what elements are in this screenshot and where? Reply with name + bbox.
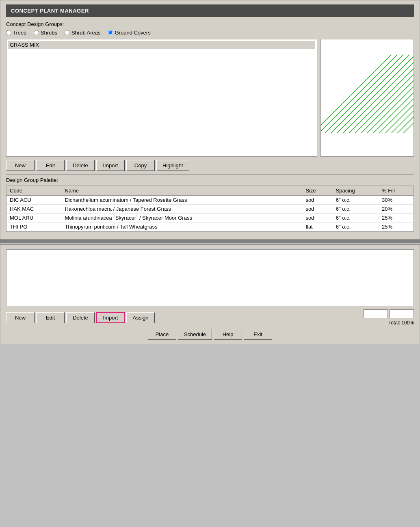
place-button[interactable]: Place — [148, 329, 176, 340]
radio-shrub-areas[interactable]: Shrub Areas — [65, 30, 101, 36]
cell-size: flat — [302, 222, 332, 231]
exit-button[interactable]: Exit — [244, 329, 272, 340]
help-button[interactable]: Help — [214, 329, 242, 340]
cell-code: THI PO — [6, 222, 61, 231]
lower-edit-button[interactable]: Edit — [36, 312, 65, 323]
lower-panel: New Edit Delete Import Assign Total: 100… — [0, 244, 420, 344]
cell-fill: 25% — [379, 214, 414, 222]
col-code: Code — [6, 186, 61, 196]
palette-label: Design Group Palette: — [6, 177, 414, 183]
concept-design-groups-label: Concept Design Groups: — [6, 21, 414, 27]
total-area: Total: 100% — [364, 309, 414, 326]
palette-table-wrapper: Code Name Size Spacing % Fill DIC ACU Di… — [6, 186, 414, 232]
cell-code: HAK MAC — [6, 205, 61, 214]
hatch-preview — [320, 39, 414, 157]
separator — [0, 240, 420, 243]
table-row[interactable]: MOL ARU Molinia arundinacea `Skyracer` /… — [6, 214, 414, 222]
radio-ground-covers[interactable]: Ground Covers — [108, 30, 151, 36]
cell-code: DIC ACU — [6, 196, 61, 205]
table-row[interactable]: THI PO Thinopyrum ponticum / Tall Wheatg… — [6, 222, 414, 231]
cell-spacing: 6" o.c. — [333, 214, 379, 222]
top-button-row: New Edit Delete Import Copy Highlight — [6, 160, 414, 171]
concept-list-box[interactable]: GRASS MIX — [6, 39, 317, 157]
schedule-button[interactable]: Schedule — [178, 329, 212, 340]
cell-name: Hakonechloa macra / Japanese Forest Gras… — [61, 205, 302, 214]
total-label: Total: 100% — [388, 320, 414, 326]
palette-table: Code Name Size Spacing % Fill DIC ACU Di… — [6, 186, 414, 231]
col-fill: % Fill — [379, 186, 414, 196]
lower-import-button[interactable]: Import — [96, 312, 125, 323]
radio-shrubs[interactable]: Shrubs — [34, 30, 57, 36]
lower-list-box[interactable] — [6, 249, 414, 306]
total-input-1[interactable] — [364, 309, 388, 318]
cell-fill: 30% — [379, 196, 414, 205]
cell-spacing: 6" o.c. — [333, 205, 379, 214]
delete-button[interactable]: Delete — [66, 160, 95, 171]
new-button[interactable]: New — [6, 160, 35, 171]
highlight-button[interactable]: Highlight — [156, 160, 189, 171]
bottom-button-row: Place Schedule Help Exit — [6, 329, 414, 340]
import-button[interactable]: Import — [96, 160, 125, 171]
lower-button-row: New Edit Delete Import Assign Total: 100… — [6, 309, 414, 326]
cell-name: Dichanthelium acuminatum / Tapered Roset… — [61, 196, 302, 205]
total-input-2[interactable] — [390, 309, 414, 318]
edit-button[interactable]: Edit — [36, 160, 65, 171]
cell-size: sod — [302, 196, 332, 205]
col-spacing: Spacing — [333, 186, 379, 196]
col-size: Size — [302, 186, 332, 196]
lower-delete-button[interactable]: Delete — [66, 312, 95, 323]
cell-spacing: 6" o.c. — [333, 196, 379, 205]
cell-name: Molinia arundinacea `Skyracer` / Skyrace… — [61, 214, 302, 222]
cell-size: sod — [302, 205, 332, 214]
cell-size: sod — [302, 214, 332, 222]
cell-name: Thinopyrum ponticum / Tall Wheatgrass — [61, 222, 302, 231]
cell-spacing: 6" o.c. — [333, 222, 379, 231]
col-name: Name — [61, 186, 302, 196]
cell-code: MOL ARU — [6, 214, 61, 222]
lower-assign-button[interactable]: Assign — [126, 312, 155, 323]
design-group-radio-row: Trees Shrubs Shrub Areas Ground Covers — [6, 30, 414, 36]
title-bar: CONCEPT PLANT MANAGER — [6, 4, 414, 17]
cell-fill: 20% — [379, 205, 414, 214]
cell-fill: 25% — [379, 222, 414, 231]
table-row[interactable]: HAK MAC Hakonechloa macra / Japanese For… — [6, 205, 414, 214]
copy-button[interactable]: Copy — [126, 160, 155, 171]
svg-rect-0 — [321, 63, 414, 133]
list-item[interactable]: GRASS MIX — [8, 41, 315, 49]
table-row[interactable]: DIC ACU Dichanthelium acuminatum / Taper… — [6, 196, 414, 205]
radio-trees[interactable]: Trees — [6, 30, 26, 36]
lower-new-button[interactable]: New — [6, 312, 35, 323]
